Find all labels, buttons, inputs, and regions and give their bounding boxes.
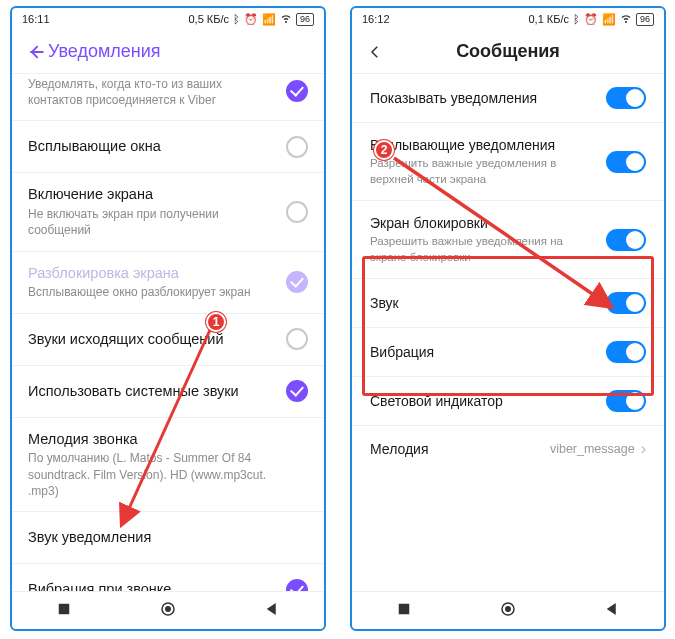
list-item[interactable]: Звуки исходящих сообщений [12, 314, 324, 366]
svg-rect-3 [399, 603, 410, 614]
wifi-icon [280, 12, 292, 26]
bluetooth-icon: ᛒ [233, 13, 240, 25]
alarm-icon: ⏰ [244, 13, 258, 26]
list-item[interactable]: Включение экрана Не включать экран при п… [12, 173, 324, 251]
status-bar: 16:11 0,5 КБ/с ᛒ ⏰ 📶 96 [12, 8, 324, 30]
signal-icon: 📶 [602, 13, 616, 26]
nav-back-icon[interactable] [263, 600, 281, 622]
signal-icon: 📶 [262, 13, 276, 26]
list-item[interactable]: Всплывающие уведомления Разрешить важные… [352, 123, 664, 201]
item-title: Экран блокировки [370, 214, 596, 232]
toggle[interactable] [606, 341, 646, 363]
toggle[interactable] [606, 292, 646, 314]
battery-icon: 96 [636, 13, 654, 26]
item-title: Звук [370, 294, 596, 312]
nav-home-icon[interactable] [159, 600, 177, 622]
header: Уведомления [12, 30, 324, 74]
toggle[interactable] [606, 390, 646, 412]
item-subtitle: Всплывающее окно разблокирует экран [28, 284, 276, 300]
alarm-icon: ⏰ [584, 13, 598, 26]
bluetooth-icon: ᛒ [573, 13, 580, 25]
nav-back-icon[interactable] [603, 600, 621, 622]
checkbox[interactable] [286, 80, 308, 102]
checkbox[interactable] [286, 380, 308, 402]
header: Сообщения [352, 30, 664, 74]
back-button[interactable] [26, 42, 48, 62]
phone-right: 16:12 0,1 КБ/с ᛒ ⏰ 📶 96 Сообщения Показы… [350, 6, 666, 631]
list-item[interactable]: Звук уведомления [12, 512, 324, 564]
status-bar: 16:12 0,1 КБ/с ᛒ ⏰ 📶 96 [352, 8, 664, 30]
status-time: 16:11 [22, 13, 50, 25]
list-item[interactable]: Мелодия звонка По умолчанию (L. Matos - … [12, 418, 324, 512]
list-item[interactable]: Вибрация при звонке [12, 564, 324, 591]
item-subtitle: По умолчанию (L. Matos - Summer Of 84 so… [28, 450, 298, 499]
settings-list: Уведомлять, когда кто-то из ваших контак… [12, 74, 324, 591]
battery-icon: 96 [296, 13, 314, 26]
list-item[interactable]: Использовать системные звуки [12, 366, 324, 418]
nav-bar [12, 591, 324, 629]
nav-recent-icon[interactable] [55, 600, 73, 622]
toggle[interactable] [606, 229, 646, 251]
item-title: Разблокировка экрана [28, 264, 276, 283]
item-subtitle: Разрешить важные уведомления в верхней ч… [370, 156, 596, 187]
item-title: Использовать системные звуки [28, 382, 276, 401]
checkbox[interactable] [286, 136, 308, 158]
item-title: Вибрация [370, 343, 596, 361]
list-item[interactable]: Уведомлять, когда кто-то из ваших контак… [12, 74, 324, 121]
settings-list: Показывать уведомления Всплывающие уведо… [352, 74, 664, 591]
list-item[interactable]: Вибрация [352, 328, 664, 377]
svg-point-5 [505, 606, 511, 612]
item-subtitle: Разрешить важные уведомления на экране б… [370, 234, 596, 265]
nav-recent-icon[interactable] [395, 600, 413, 622]
item-title: Всплывающие окна [28, 137, 276, 156]
phone-left: 16:11 0,5 КБ/с ᛒ ⏰ 📶 96 Уведомления Увед… [10, 6, 326, 631]
toggle[interactable] [606, 87, 646, 109]
svg-rect-0 [59, 603, 70, 614]
list-item: Разблокировка экрана Всплывающее окно ра… [12, 252, 324, 314]
item-title: Звуки исходящих сообщений [28, 330, 276, 349]
list-item[interactable]: Экран блокировки Разрешить важные уведом… [352, 201, 664, 279]
status-time: 16:12 [362, 13, 390, 25]
item-title: Световой индикатор [370, 392, 596, 410]
item-title: Звук уведомления [28, 528, 298, 547]
status-net: 0,5 КБ/с [188, 13, 229, 25]
nav-bar [352, 591, 664, 629]
item-title: Показывать уведомления [370, 89, 596, 107]
list-item[interactable]: Звук [352, 279, 664, 328]
item-title: Вибрация при звонке [28, 580, 276, 591]
list-item[interactable]: Всплывающие окна [12, 121, 324, 173]
item-title: Всплывающие уведомления [370, 136, 596, 154]
checkbox [286, 271, 308, 293]
item-subtitle: Уведомлять, когда кто-то из ваших контак… [28, 76, 276, 108]
checkbox[interactable] [286, 201, 308, 223]
item-title: Включение экрана [28, 185, 276, 204]
page-title: Сообщения [366, 41, 650, 62]
checkbox[interactable] [286, 328, 308, 350]
chevron-right-icon: › [641, 440, 646, 458]
status-net: 0,1 КБ/с [528, 13, 569, 25]
item-value: viber_message [550, 442, 635, 456]
list-item[interactable]: Световой индикатор [352, 377, 664, 426]
svg-point-2 [165, 606, 171, 612]
item-title: Мелодия [370, 440, 540, 458]
checkbox[interactable] [286, 579, 308, 591]
list-item[interactable]: Показывать уведомления [352, 74, 664, 123]
page-title: Уведомления [48, 41, 161, 62]
nav-home-icon[interactable] [499, 600, 517, 622]
toggle[interactable] [606, 151, 646, 173]
list-item[interactable]: Мелодия viber_message › [352, 426, 664, 472]
wifi-icon [620, 12, 632, 26]
item-subtitle: Не включать экран при получении сообщени… [28, 206, 276, 238]
item-title: Мелодия звонка [28, 430, 298, 449]
